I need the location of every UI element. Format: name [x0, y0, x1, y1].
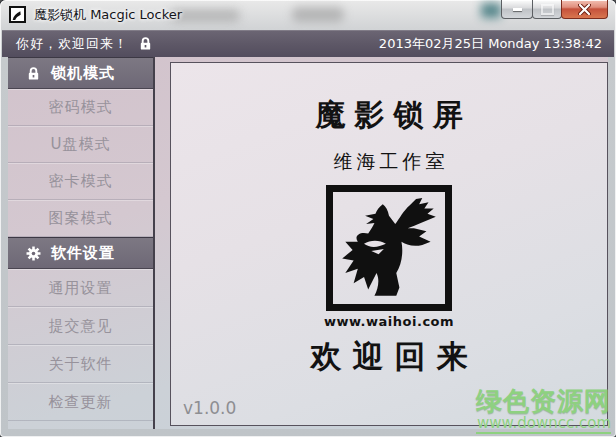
app-title: 魔影锁屏	[307, 95, 472, 136]
greeting-text: 你好，欢迎回来！	[16, 35, 128, 53]
sidebar: 锁机模式 密码模式 U盘模式 密卡模式 图案模式	[8, 57, 155, 429]
app-icon	[9, 6, 26, 23]
window-title: 魔影锁机 Macgic Locker	[34, 6, 182, 24]
gear-icon	[25, 246, 41, 261]
watermark-site-name: 绿色资源网	[476, 388, 611, 414]
sidebar-item-usb-mode[interactable]: U盘模式	[8, 126, 153, 163]
studio-name: 维海工作室	[330, 149, 449, 175]
sidebar-item-about[interactable]: 关于软件	[8, 345, 153, 383]
sidebar-item-general-settings[interactable]: 通用设置	[8, 269, 153, 307]
site-watermark: 绿色资源网 www.downcc.com	[476, 388, 611, 434]
title-bar[interactable]: 魔影锁机 Macgic Locker	[0, 0, 616, 30]
lock-icon	[138, 36, 153, 51]
minimize-button[interactable]	[501, 0, 533, 19]
sidebar-item-feedback[interactable]: 提交意见	[8, 307, 153, 345]
dragon-logo	[326, 185, 452, 311]
welcome-text: 欢迎回来	[300, 336, 479, 378]
close-icon	[578, 4, 591, 15]
sidebar-item-card-mode[interactable]: 密卡模式	[8, 163, 153, 200]
sidebar-section-lock-modes: 锁机模式	[8, 57, 153, 89]
sidebar-item-pattern-mode[interactable]: 图案模式	[8, 200, 153, 237]
client-area: 锁机模式 密码模式 U盘模式 密卡模式 图案模式	[8, 57, 608, 429]
caption-buttons	[502, 0, 608, 19]
sidebar-item-password-mode[interactable]: 密码模式	[8, 89, 153, 126]
minimize-icon	[513, 8, 522, 11]
lock-icon	[25, 66, 41, 81]
sidebar-section-settings: 软件设置	[8, 237, 153, 269]
maximize-button[interactable]	[532, 0, 562, 19]
status-header-bar: 你好，欢迎回来！ 2013年02月25日 Monday 13:38:42	[2, 30, 614, 57]
sidebar-item-check-update[interactable]: 检查更新	[8, 383, 153, 421]
glass-blur-decoration	[292, 7, 344, 22]
maximize-icon	[541, 4, 554, 15]
section-label: 锁机模式	[51, 64, 115, 83]
close-button[interactable]	[561, 0, 608, 19]
version-label: v1.0.0	[183, 398, 236, 418]
studio-website: www.waihoi.com	[324, 314, 454, 329]
watermark-site-url: www.downcc.com	[476, 416, 611, 434]
glass-blur-decoration	[481, 3, 501, 18]
app-window: 魔影锁机 Macgic Locker 你好，欢迎回来！	[0, 0, 616, 437]
main-panel: 魔影锁屏 维海工作室 www.waihoi.com 欢迎回来 v1.0.0	[170, 62, 608, 426]
datetime-text: 2013年02月25日 Monday 13:38:42	[379, 35, 602, 53]
section-label: 软件设置	[51, 244, 115, 263]
